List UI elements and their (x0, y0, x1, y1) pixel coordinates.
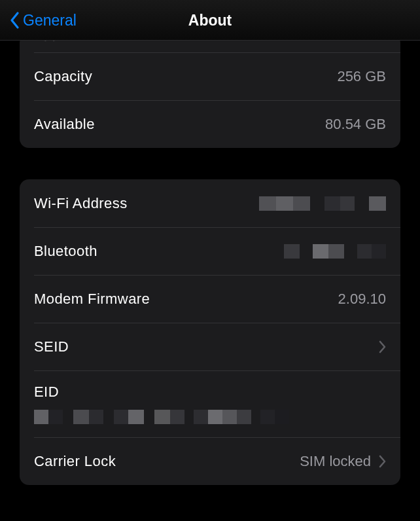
carrier-label: Carrier Lock (34, 453, 116, 470)
chevron-left-icon (9, 11, 20, 29)
eid-value (34, 410, 386, 424)
capacity-label: Capacity (34, 68, 92, 85)
chevron-right-icon (379, 340, 386, 353)
bluetooth-label: Bluetooth (34, 243, 97, 260)
back-label: General (23, 12, 77, 29)
chevron-right-icon (379, 455, 386, 468)
row-seid[interactable]: SEID (20, 323, 400, 370)
navbar: General About (0, 0, 420, 41)
available-value: 80.54 GB (325, 116, 386, 133)
bluetooth-value (284, 244, 386, 259)
redacted-block (284, 244, 386, 259)
row-modem-firmware[interactable]: Modem Firmware 2.09.10 (20, 275, 400, 323)
row-available[interactable]: Available 80.54 GB (20, 100, 400, 148)
row-bluetooth[interactable]: Bluetooth (20, 227, 400, 275)
seid-label: SEID (34, 338, 69, 355)
modem-label: Modem Firmware (34, 291, 150, 308)
available-label: Available (34, 116, 95, 133)
network-info-group: Wi-Fi Address Bluetooth (20, 179, 400, 485)
row-applications[interactable]: Applications (20, 41, 400, 52)
back-button[interactable]: General (9, 0, 77, 41)
capacity-value: 256 GB (337, 68, 386, 85)
row-capacity[interactable]: Capacity 256 GB (20, 52, 400, 100)
content: Applications Capacity 256 GB Available 8… (0, 41, 420, 521)
carrier-value: SIM locked (300, 453, 371, 470)
wifi-label: Wi-Fi Address (34, 195, 128, 212)
redacted-block (34, 410, 386, 424)
applications-label: Applications (34, 41, 115, 42)
device-info-group: Applications Capacity 256 GB Available 8… (20, 41, 400, 148)
modem-value: 2.09.10 (338, 291, 386, 308)
eid-label: EID (34, 384, 59, 401)
row-eid[interactable]: EID (20, 370, 400, 437)
redacted-block (259, 196, 386, 211)
wifi-value (259, 196, 386, 211)
page-title: About (188, 12, 232, 29)
row-carrier-lock[interactable]: Carrier Lock SIM locked (20, 437, 400, 485)
row-wifi-address[interactable]: Wi-Fi Address (20, 179, 400, 227)
